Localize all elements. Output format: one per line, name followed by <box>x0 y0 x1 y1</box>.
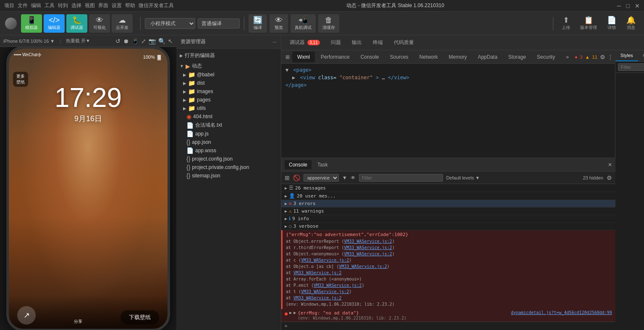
visual-button[interactable]: 👁 可视化 <box>89 14 110 33</box>
wxml-expand-icon[interactable]: ⊞ <box>284 52 291 62</box>
miniprogram-mode-selector[interactable]: 小程序模式 <box>145 18 195 29</box>
tab-wxml[interactable]: Wxml <box>292 52 315 62</box>
console-group-user[interactable]: ▶ 👤 20 user mes... <box>281 192 615 200</box>
tab-debugger[interactable]: 调试器 3,11 <box>285 36 325 49</box>
tab-memory[interactable]: Memory <box>444 52 472 62</box>
error-line-src[interactable]: dynamicdetail.js?t=w_4d56cd120d2560dd:99 <box>511 310 612 315</box>
service-selector[interactable]: appservice <box>304 174 339 182</box>
preview-button[interactable]: 👁 预览 <box>270 14 288 33</box>
file-item-domain[interactable]: 📄 合法域名.txt <box>176 121 281 130</box>
compile-button[interactable]: 🔄 编译 <box>249 14 267 33</box>
tab-console[interactable]: Console <box>285 160 312 169</box>
settings-icon[interactable]: ⚙ <box>600 54 605 60</box>
menu-item-project[interactable]: 项目 <box>4 2 14 9</box>
root-folder-header[interactable]: ▼ ▶ 动态 <box>176 62 281 70</box>
file-item-babel[interactable]: ▶ 📁 @babel <box>176 70 281 79</box>
tab-console-inner[interactable]: Console <box>356 52 384 62</box>
phone-icon[interactable]: 📱 <box>131 38 139 44</box>
stack-link-4[interactable]: VM33_WAService.js:2 <box>339 264 387 269</box>
stack-link-0[interactable]: VM33_WAService.js:2 <box>344 239 392 244</box>
menu-item-file[interactable]: 文件 <box>18 2 28 9</box>
hotreload-toggle[interactable]: 热重载 开▼ <box>66 38 90 44</box>
file-item-images[interactable]: ▶ 📁 images <box>176 87 281 96</box>
tab-output[interactable]: 输出 <box>347 36 367 49</box>
tab-security[interactable]: Security <box>532 52 560 62</box>
editor-button[interactable]: </> 编辑器 <box>44 14 65 33</box>
menu-item-view[interactable]: 视图 <box>85 2 95 9</box>
styles-filter-input[interactable] <box>618 63 644 71</box>
view-arrow[interactable]: ▶ <box>292 75 295 81</box>
tab-storage[interactable]: Storage <box>503 52 531 62</box>
console-input[interactable] <box>290 323 612 329</box>
stack-link-7[interactable]: VM33_WAService.js:2 <box>314 283 361 288</box>
console-group-info[interactable]: ▶ ℹ 9 info <box>281 215 615 223</box>
share-button[interactable]: ↗ <box>17 306 36 325</box>
cloud-button[interactable]: ☁ 云开发 <box>112 14 133 33</box>
menu-item-select[interactable]: 选择 <box>71 2 81 9</box>
minimize-button[interactable]: ─ <box>617 3 621 9</box>
dom-page-close[interactable]: </page> <box>284 81 613 89</box>
menu-item-goto[interactable]: 转到 <box>58 2 68 9</box>
close-button[interactable]: ✕ <box>635 3 640 9</box>
file-item-appjson[interactable]: {} app.json <box>176 138 281 146</box>
search-icon[interactable]: 🔍 <box>158 38 165 44</box>
menu-bar[interactable]: 项目 文件 编辑 工具 转到 选择 视图 界面 设置 帮助 微信开发者工具 <box>4 2 174 9</box>
console-group-errors[interactable]: ▶ ⊘ 3 errors <box>281 200 615 208</box>
page-arrow[interactable]: ▼ <box>285 67 288 73</box>
clearcache-button[interactable]: 🗑 清缓存 <box>318 14 339 33</box>
tab-more[interactable]: » <box>561 52 574 62</box>
log-level-selector[interactable]: Default levels ▼ <box>446 175 480 180</box>
download-button[interactable]: 下载壁纸 <box>120 310 159 325</box>
tab-problems[interactable]: 问题 <box>326 36 346 49</box>
console-down-icon[interactable]: ▼ <box>342 175 347 181</box>
console-filter-input[interactable] <box>359 174 443 182</box>
file-item-projectprivate[interactable]: {} project.private.config.json <box>176 163 281 171</box>
maximize-button[interactable]: □ <box>626 3 630 9</box>
message-button[interactable]: 🔔 消息 <box>623 15 639 32</box>
tab-task[interactable]: Task <box>313 160 332 169</box>
user-avatar[interactable] <box>5 18 17 29</box>
console-group-verbose[interactable]: ▶ ○ 3 verbose <box>281 223 615 230</box>
window-controls[interactable]: ─ □ ✕ <box>617 3 640 9</box>
stack-link-1[interactable]: VM33_WAService.js:2 <box>344 245 392 250</box>
error-expand-2[interactable]: ▶ <box>293 310 296 315</box>
cursor-icon[interactable]: ↖ <box>168 38 173 44</box>
file-item-dist[interactable]: ▶ 📁 dist <box>176 79 281 87</box>
file-item-appwxss[interactable]: 📄 app.wxss <box>176 146 281 155</box>
stack-link-5[interactable]: VM33_WAService.js:2 <box>293 270 341 275</box>
tab-sources[interactable]: Sources <box>385 52 414 62</box>
console-close-icon[interactable]: ✕ <box>608 162 612 168</box>
file-item-appjs[interactable]: 📄 app.js <box>176 130 281 138</box>
realtest-button[interactable]: 📲 真机调试 <box>291 14 316 33</box>
stack-link-2[interactable]: VM33_WAService.js:2 <box>344 252 392 256</box>
dom-view-container[interactable]: ▶ <view class= "container" > … </view> <box>284 74 613 81</box>
stack-link-3[interactable]: VM33_WAService.js:2 <box>301 258 349 262</box>
tab-styles[interactable]: Styles <box>615 50 638 61</box>
file-item-utils[interactable]: ▶ 📁 utils <box>176 104 281 112</box>
console-settings-icon[interactable]: ⚙ <box>607 174 612 181</box>
tab-codequality[interactable]: 代码质量 <box>389 36 419 49</box>
rotate-icon[interactable]: ⤢ <box>141 38 146 44</box>
file-item-projectconfig[interactable]: {} project.config.json <box>176 155 281 163</box>
tab-network[interactable]: Network <box>414 52 443 62</box>
menu-item-devtools[interactable]: 微信开发者工具 <box>139 2 174 9</box>
dom-page-open[interactable]: ▼ <page> <box>284 66 613 74</box>
menu-item-help[interactable]: 帮助 <box>125 2 135 9</box>
file-item-sitemap[interactable]: {} sitemap.json <box>176 171 281 180</box>
menu-item-settings[interactable]: 设置 <box>112 2 122 9</box>
refresh-icon[interactable]: ↺ <box>115 38 120 44</box>
simulator-button[interactable]: 📱 模拟器 <box>21 14 42 33</box>
record-icon[interactable]: ⏺ <box>123 38 129 44</box>
file-item-pages[interactable]: ▶ 📁 pages <box>176 96 281 104</box>
tab-terminal[interactable]: 终端 <box>368 36 388 49</box>
devtools-more-icon[interactable]: ⋮ <box>608 54 613 60</box>
version-mgmt-button[interactable]: 📋 版本管理 <box>577 15 600 32</box>
device-selector[interactable]: iPhone 6/7/8 100% 16 ▼ <box>3 39 55 44</box>
debugger-button[interactable]: 🐛 调试器 <box>66 14 87 33</box>
console-menu-icon[interactable]: ⊞ <box>285 174 290 181</box>
tab-computed[interactable]: Computed <box>638 50 644 61</box>
console-clear-icon[interactable]: 🚫 <box>293 174 300 181</box>
console-group-messages[interactable]: ▶ ☰ 26 messages <box>281 184 615 192</box>
menu-item-edit[interactable]: 编辑 <box>31 2 41 9</box>
upload-button[interactable]: ⬆ 上传 <box>558 15 573 32</box>
